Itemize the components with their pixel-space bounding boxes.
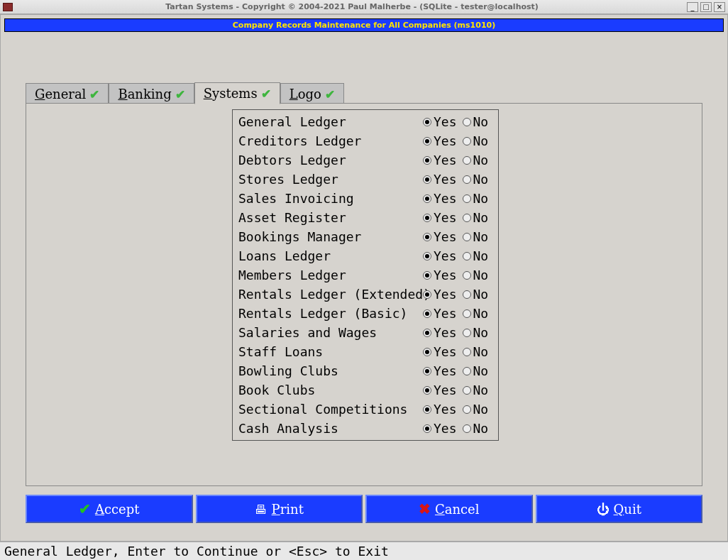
radio-no[interactable]	[463, 233, 471, 241]
radio-yes[interactable]	[423, 367, 431, 375]
system-row: General LedgerYesNo	[238, 112, 492, 131]
radio-no[interactable]	[463, 424, 471, 433]
window-controls: _ □ ×	[687, 2, 725, 12]
radio-yes[interactable]	[423, 309, 431, 318]
system-row: Book ClubsYesNo	[238, 380, 492, 400]
radio-yes[interactable]	[423, 424, 431, 433]
radio-group: YesNo	[423, 323, 492, 342]
radio-no[interactable]	[463, 309, 471, 318]
radio-no-label: No	[473, 170, 489, 189]
module-title: Company Records Maintenance for All Comp…	[4, 18, 724, 32]
power-icon: ⏻	[597, 502, 610, 517]
radio-group: YesNo	[423, 227, 492, 246]
radio-no[interactable]	[463, 348, 471, 356]
cancel-button[interactable]: ✖ Cancel	[365, 495, 533, 523]
radio-no-label: No	[473, 150, 489, 170]
system-row: Sectional CompetitionsYesNo	[238, 400, 492, 419]
radio-yes-label: Yes	[434, 380, 457, 400]
radio-yes-label: Yes	[434, 342, 457, 361]
check-icon: ✔	[325, 87, 335, 101]
radio-no[interactable]	[463, 137, 471, 146]
system-row: Debtors LedgerYesNo	[238, 150, 492, 170]
tab-general[interactable]: General✔	[26, 83, 109, 104]
system-row: Rentals Ledger (Extended)YesNo	[238, 285, 492, 304]
radio-no[interactable]	[463, 175, 471, 184]
radio-group: YesNo	[423, 246, 492, 265]
radio-no-label: No	[473, 246, 489, 265]
radio-yes[interactable]	[423, 118, 431, 126]
system-label: Bowling Clubs	[238, 361, 423, 380]
system-label: Debtors Ledger	[238, 150, 423, 170]
tab-label: Banking	[118, 87, 171, 101]
systems-panel: General LedgerYesNoCreditors LedgerYesNo…	[232, 109, 499, 441]
radio-yes[interactable]	[423, 386, 431, 395]
tabs-row: General✔Banking✔Systems✔Logo✔	[26, 82, 702, 104]
tab-banking[interactable]: Banking✔	[109, 83, 194, 104]
radio-no[interactable]	[463, 118, 471, 126]
radio-yes[interactable]	[423, 290, 431, 299]
radio-yes[interactable]	[423, 137, 431, 146]
cancel-label: Cancel	[435, 502, 480, 517]
system-label: Rentals Ledger (Basic)	[238, 304, 423, 323]
check-icon: ✔	[79, 500, 91, 517]
radio-no-label: No	[473, 131, 489, 150]
radio-group: YesNo	[423, 189, 492, 208]
radio-no-label: No	[473, 380, 489, 400]
radio-yes-label: Yes	[434, 246, 457, 265]
quit-button[interactable]: ⏻ Quit	[536, 495, 703, 523]
radio-no-label: No	[473, 208, 489, 227]
radio-yes-label: Yes	[434, 419, 457, 438]
radio-group: YesNo	[423, 131, 492, 150]
radio-yes[interactable]	[423, 194, 431, 203]
accept-label: Accept	[95, 502, 140, 517]
radio-yes[interactable]	[423, 156, 431, 165]
radio-yes[interactable]	[423, 329, 431, 337]
system-row: Asset RegisterYesNo	[238, 208, 492, 227]
accept-button[interactable]: ✔ Accept	[26, 495, 193, 523]
cancel-icon: ✖	[419, 500, 431, 517]
system-label: Sectional Competitions	[238, 400, 423, 419]
print-button[interactable]: 🖶 Print	[196, 495, 363, 523]
window-frame: Company Records Maintenance for All Comp…	[0, 14, 728, 542]
radio-no-label: No	[473, 285, 489, 304]
radio-no[interactable]	[463, 386, 471, 395]
tab-systems[interactable]: Systems✔	[194, 82, 280, 104]
close-button[interactable]: ×	[714, 2, 725, 12]
minimize-button[interactable]: _	[687, 2, 698, 12]
radio-no[interactable]	[463, 367, 471, 375]
radio-yes-label: Yes	[434, 265, 457, 285]
radio-yes-label: Yes	[434, 227, 457, 246]
radio-yes-label: Yes	[434, 208, 457, 227]
system-row: Staff LoansYesNo	[238, 342, 492, 361]
radio-group: YesNo	[423, 265, 492, 285]
radio-yes[interactable]	[423, 405, 431, 414]
radio-no-label: No	[473, 189, 489, 208]
radio-no[interactable]	[463, 156, 471, 165]
radio-no[interactable]	[463, 214, 471, 222]
system-row: Rentals Ledger (Basic)YesNo	[238, 304, 492, 323]
radio-yes[interactable]	[423, 252, 431, 260]
radio-no[interactable]	[463, 271, 471, 280]
radio-no[interactable]	[463, 405, 471, 414]
system-label: Stores Ledger	[238, 170, 423, 189]
radio-no-label: No	[473, 304, 489, 323]
radio-no[interactable]	[463, 252, 471, 260]
system-row: Stores LedgerYesNo	[238, 170, 492, 189]
radio-yes[interactable]	[423, 175, 431, 184]
tab-label: Logo	[289, 87, 321, 101]
radio-no-label: No	[473, 361, 489, 380]
radio-yes-label: Yes	[434, 304, 457, 323]
radio-group: YesNo	[423, 419, 492, 438]
status-bar: General Ledger, Enter to Continue or <Es…	[0, 542, 728, 560]
radio-yes-label: Yes	[434, 361, 457, 380]
radio-no[interactable]	[463, 329, 471, 337]
radio-no[interactable]	[463, 194, 471, 203]
radio-no[interactable]	[463, 290, 471, 299]
radio-yes[interactable]	[423, 233, 431, 241]
maximize-button[interactable]: □	[700, 2, 712, 12]
radio-yes[interactable]	[423, 348, 431, 356]
radio-yes[interactable]	[423, 214, 431, 222]
tab-logo[interactable]: Logo✔	[280, 83, 344, 104]
radio-yes[interactable]	[423, 271, 431, 280]
radio-group: YesNo	[423, 112, 492, 131]
